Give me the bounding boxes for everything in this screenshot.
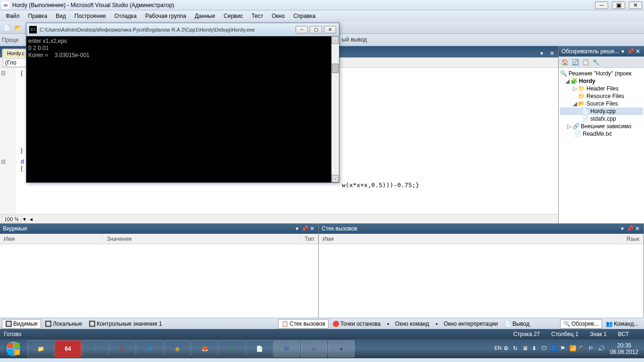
tab-dropdown-icon[interactable]: ▾	[540, 50, 548, 58]
maximize-button[interactable]: ▣	[612, 1, 625, 9]
panel-close-icon[interactable]: ✕	[634, 225, 641, 232]
tray-volume-icon[interactable]: 🔊	[598, 345, 605, 353]
menu-data[interactable]: Данные	[191, 12, 219, 20]
notepad-taskbar-icon[interactable]: 📄	[246, 340, 272, 357]
tab-breakpoints[interactable]: 🔴Точки останова	[330, 320, 383, 328]
minimize-button[interactable]: ─	[595, 1, 608, 9]
tray-icon[interactable]: ⚙	[504, 345, 511, 353]
console-scrollbar[interactable]: ▴ ▾	[331, 36, 339, 182]
menu-window[interactable]: Окно	[268, 12, 289, 20]
tab-command[interactable]: ▪Окно команд	[384, 320, 432, 328]
callstack-content[interactable]	[319, 244, 644, 318]
console-maximize-button[interactable]: ▢	[310, 26, 322, 33]
lang-indicator[interactable]: EN	[495, 345, 502, 353]
menu-debug[interactable]: Отладка	[111, 12, 140, 20]
menu-view[interactable]: Вид	[52, 12, 70, 20]
tab-team[interactable]: 👥Команд...	[603, 320, 641, 328]
start-button[interactable]	[1, 340, 26, 357]
tab-locals[interactable]: 🔲Локальные	[42, 320, 85, 328]
header-files-folder[interactable]: ▷📁Header Files	[560, 85, 643, 92]
solution-tree[interactable]: 🔍Решение "Hordy" (проек ◢🧩Hordy ▷📁Header…	[559, 68, 644, 223]
vs-taskbar-icon[interactable]: ∞	[301, 340, 327, 357]
panel-pin-icon[interactable]: 📌	[627, 48, 634, 55]
show-all-icon[interactable]: 📋	[581, 58, 590, 66]
col-name[interactable]: Имя	[319, 236, 622, 242]
menu-test[interactable]: Тест	[248, 12, 267, 20]
tray-icon[interactable]: 📶	[570, 345, 577, 353]
window-title: Hordy (Выполнение) - Microsoft Visual St…	[12, 2, 595, 8]
tab-watch[interactable]: 🔲Контрольные значения 1	[86, 320, 165, 328]
bottom-tabs-left: 🔲Видимые 🔲Локальные 🔲Контрольные значени…	[0, 318, 276, 329]
console-close-button[interactable]: ✕	[324, 26, 336, 33]
scroll-up-icon[interactable]: ▴	[332, 36, 339, 44]
scroll-down-icon[interactable]: ▾	[332, 175, 339, 182]
2gis-taskbar-icon[interactable]: 2	[219, 340, 245, 357]
panel-pin-icon[interactable]: 📌	[627, 225, 633, 232]
zoom-combo[interactable]: 100 %	[2, 216, 21, 222]
panel-dropdown-icon[interactable]: ▾	[619, 225, 626, 232]
menu-help[interactable]: Справка	[289, 12, 319, 20]
panel-close-icon[interactable]: ✕	[309, 225, 315, 232]
console-minimize-button[interactable]: ─	[296, 26, 308, 33]
scroll-thumb[interactable]	[332, 64, 339, 73]
tab-output[interactable]: 📄Вывод	[502, 320, 532, 328]
source-files-folder[interactable]: ◢📂Source Files	[560, 100, 643, 107]
word-taskbar-icon[interactable]: W	[273, 340, 300, 357]
menu-build[interactable]: Построение	[71, 12, 110, 20]
menu-file[interactable]: Файл	[2, 12, 24, 20]
project-node[interactable]: ◢🧩Hordy	[560, 77, 643, 85]
tab-immediate[interactable]: ▪Окно интерпретации	[433, 320, 501, 328]
col-type[interactable]: Тип	[301, 236, 318, 242]
refresh-icon[interactable]: 🔄	[571, 58, 579, 66]
utorrent-taskbar-icon[interactable]: ⬇	[82, 340, 108, 357]
visible-content[interactable]	[0, 244, 318, 318]
tray-icon[interactable]: 🛡	[541, 345, 549, 353]
col-value[interactable]: Значение	[103, 236, 301, 242]
opera-taskbar-icon[interactable]: O	[109, 340, 136, 357]
home-icon[interactable]: 🏠	[561, 58, 569, 66]
resource-files-folder[interactable]: 📁Resource Files	[560, 92, 643, 100]
firefox-taskbar-icon[interactable]: 🦊	[191, 340, 218, 357]
aimp-taskbar-icon[interactable]: ◉	[164, 340, 190, 357]
tray-icon[interactable]: ⚑	[560, 345, 568, 353]
readme-file[interactable]: 📄ReadMe.txt	[560, 130, 643, 138]
console-taskbar-icon[interactable]: ▪	[328, 340, 355, 357]
explorer-taskbar-icon[interactable]: 📁	[27, 340, 54, 357]
hordy-cpp-file[interactable]: 📄Hordy.cpp	[560, 107, 643, 115]
panel-dropdown-icon[interactable]: ▾	[294, 225, 300, 232]
console-titlebar[interactable]: C:\ C:\Users\Admin\Desktop\Информатика Р…	[26, 23, 339, 36]
properties-icon[interactable]: 🔧	[592, 58, 600, 66]
tray-icon[interactable]: ↻	[513, 345, 520, 353]
close-button[interactable]: ✕	[629, 1, 642, 9]
new-file-icon[interactable]: 📄	[2, 23, 11, 33]
col-name[interactable]: Имя	[0, 236, 103, 242]
menu-edit[interactable]: Правка	[25, 12, 51, 20]
tray-flag-icon[interactable]: 🏳	[588, 345, 596, 353]
zoom-dropdown-icon[interactable]: ▾	[23, 216, 26, 222]
menu-team[interactable]: Рабочая группа	[141, 12, 190, 20]
tab-solution[interactable]: 🔍Обозрев...	[560, 319, 602, 329]
tab-callstack[interactable]: 📋Стек вызовов	[278, 319, 329, 329]
taskbar: 📁 64 ⬇ O S ◉ 🦊 2 📄 W ∞ ▪ EN ⚙ ↻ 🖥 ⬇ 🛡 🔵 …	[0, 339, 644, 358]
tab-visible[interactable]: 🔲Видимые	[2, 319, 41, 329]
tray-icon[interactable]: 🔵	[551, 345, 558, 353]
stdafx-cpp-file[interactable]: 📄stdafx.cpp	[560, 115, 643, 123]
console-body[interactable]: enter x1,x2,eps 0 2 0.01 Koren = 3.03015…	[26, 36, 339, 182]
skype-taskbar-icon[interactable]: S	[137, 340, 163, 357]
panel-pin-icon[interactable]: 📌	[301, 225, 308, 232]
tab-close-icon[interactable]: ✕	[550, 50, 557, 58]
solution-root[interactable]: 🔍Решение "Hordy" (проек	[560, 70, 643, 77]
external-deps[interactable]: ▷🔗Внешние зависимо	[560, 123, 643, 130]
tray-icon[interactable]: ⬇	[532, 345, 539, 353]
tray-icon[interactable]: 🔌	[579, 345, 586, 353]
col-lang[interactable]: Язык	[622, 236, 644, 242]
solution-explorer: Обозреватель реше... ▾ 📌 ✕ 🏠 🔄 📋 🔧 🔍Реше…	[558, 46, 644, 223]
commander-taskbar-icon[interactable]: 64	[55, 340, 81, 357]
panel-dropdown-icon[interactable]: ▾	[619, 48, 626, 55]
open-folder-icon[interactable]: 📂	[13, 23, 23, 33]
panel-close-icon[interactable]: ✕	[635, 48, 641, 55]
taskbar-clock[interactable]: 20:35 06.06.2012	[607, 342, 641, 356]
menu-service[interactable]: Сервис	[220, 12, 247, 20]
tray-icon[interactable]: 🖥	[522, 345, 530, 353]
console-window: C:\ C:\Users\Admin\Desktop\Информатика Р…	[26, 23, 339, 183]
